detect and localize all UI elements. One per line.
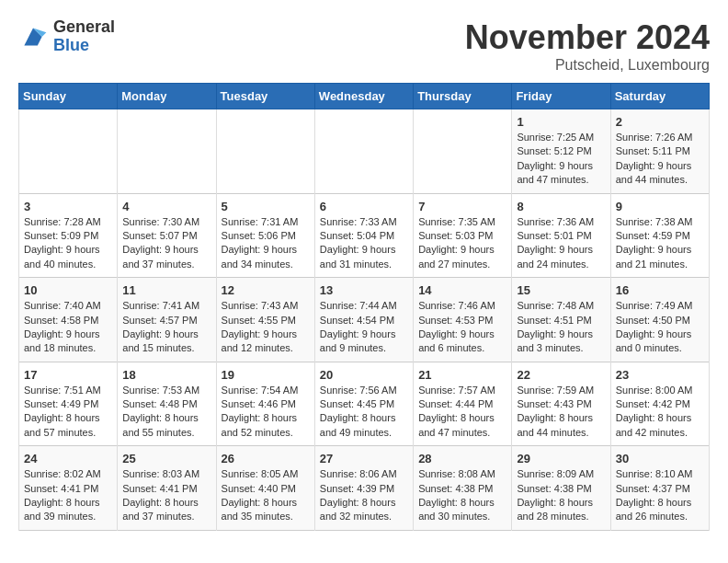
logo-general-text: General <box>53 18 115 37</box>
day-number: 24 <box>24 452 112 465</box>
header-saturday: Saturday <box>610 84 709 109</box>
header-sunday: Sunday <box>19 84 118 109</box>
day-number: 4 <box>122 200 210 213</box>
calendar-cell: 29Sunrise: 8:09 AM Sunset: 4:38 PM Dayli… <box>512 446 610 531</box>
month-title: November 2024 <box>465 18 710 57</box>
calendar-cell <box>19 109 118 194</box>
day-number: 2 <box>616 115 704 129</box>
calendar-cell: 21Sunrise: 7:57 AM Sunset: 4:44 PM Dayli… <box>414 362 512 446</box>
day-number: 3 <box>24 200 112 213</box>
calendar-cell: 26Sunrise: 8:05 AM Sunset: 4:40 PM Dayli… <box>216 446 314 531</box>
calendar-cell: 27Sunrise: 8:06 AM Sunset: 4:39 PM Dayli… <box>314 446 413 531</box>
calendar-cell: 20Sunrise: 7:56 AM Sunset: 4:45 PM Dayli… <box>314 362 413 446</box>
day-info: Sunrise: 8:10 AM Sunset: 4:37 PM Dayligh… <box>616 467 704 524</box>
calendar-week-3: 10Sunrise: 7:40 AM Sunset: 4:58 PM Dayli… <box>19 278 710 362</box>
day-number: 6 <box>320 200 408 213</box>
day-info: Sunrise: 7:54 AM Sunset: 4:46 PM Dayligh… <box>222 384 310 441</box>
calendar-cell: 28Sunrise: 8:08 AM Sunset: 4:38 PM Dayli… <box>414 446 512 531</box>
day-info: Sunrise: 7:48 AM Sunset: 4:51 PM Dayligh… <box>517 299 605 356</box>
day-info: Sunrise: 7:40 AM Sunset: 4:58 PM Dayligh… <box>24 299 112 356</box>
day-number: 1 <box>517 115 605 129</box>
calendar-cell: 25Sunrise: 8:03 AM Sunset: 4:41 PM Dayli… <box>118 446 216 531</box>
day-info: Sunrise: 8:09 AM Sunset: 4:38 PM Dayligh… <box>517 467 605 524</box>
day-info: Sunrise: 7:31 AM Sunset: 5:06 PM Dayligh… <box>222 215 310 272</box>
logo-text: General Blue <box>53 18 115 55</box>
day-number: 28 <box>418 452 506 465</box>
calendar-cell: 23Sunrise: 8:00 AM Sunset: 4:42 PM Dayli… <box>610 362 709 446</box>
day-number: 17 <box>24 368 112 382</box>
calendar-header-row: SundayMondayTuesdayWednesdayThursdayFrid… <box>19 84 710 109</box>
day-number: 25 <box>122 452 210 465</box>
day-info: Sunrise: 7:44 AM Sunset: 4:54 PM Dayligh… <box>320 299 408 356</box>
day-info: Sunrise: 7:46 AM Sunset: 4:53 PM Dayligh… <box>418 299 506 356</box>
calendar-week-1: 1Sunrise: 7:25 AM Sunset: 5:12 PM Daylig… <box>19 109 710 194</box>
calendar-cell: 3Sunrise: 7:28 AM Sunset: 5:09 PM Daylig… <box>19 193 118 278</box>
day-info: Sunrise: 7:53 AM Sunset: 4:48 PM Dayligh… <box>122 384 210 441</box>
calendar-cell: 18Sunrise: 7:53 AM Sunset: 4:48 PM Dayli… <box>118 362 216 446</box>
day-info: Sunrise: 7:57 AM Sunset: 4:44 PM Dayligh… <box>418 384 506 441</box>
calendar-cell: 15Sunrise: 7:48 AM Sunset: 4:51 PM Dayli… <box>512 278 610 362</box>
calendar-cell: 30Sunrise: 8:10 AM Sunset: 4:37 PM Dayli… <box>610 446 709 531</box>
day-number: 14 <box>418 283 506 297</box>
logo-icon <box>18 22 48 52</box>
day-info: Sunrise: 7:25 AM Sunset: 5:12 PM Dayligh… <box>517 131 605 188</box>
calendar-cell: 9Sunrise: 7:38 AM Sunset: 4:59 PM Daylig… <box>610 193 709 278</box>
calendar-cell <box>414 109 512 194</box>
calendar-cell: 5Sunrise: 7:31 AM Sunset: 5:06 PM Daylig… <box>216 193 314 278</box>
day-info: Sunrise: 7:49 AM Sunset: 4:50 PM Dayligh… <box>616 299 704 356</box>
header: General Blue November 2024 Putscheid, Lu… <box>18 18 710 74</box>
calendar-cell: 10Sunrise: 7:40 AM Sunset: 4:58 PM Dayli… <box>19 278 118 362</box>
day-number: 8 <box>517 200 605 213</box>
day-number: 16 <box>616 283 704 297</box>
day-info: Sunrise: 8:00 AM Sunset: 4:42 PM Dayligh… <box>616 384 704 441</box>
day-info: Sunrise: 7:43 AM Sunset: 4:55 PM Dayligh… <box>222 299 310 356</box>
day-info: Sunrise: 8:08 AM Sunset: 4:38 PM Dayligh… <box>418 467 506 524</box>
day-number: 12 <box>222 283 310 297</box>
day-number: 9 <box>616 200 704 213</box>
day-number: 30 <box>616 452 704 465</box>
day-number: 5 <box>222 200 310 213</box>
calendar-cell: 17Sunrise: 7:51 AM Sunset: 4:49 PM Dayli… <box>19 362 118 446</box>
day-number: 27 <box>320 452 408 465</box>
calendar-cell: 13Sunrise: 7:44 AM Sunset: 4:54 PM Dayli… <box>314 278 413 362</box>
logo: General Blue <box>18 18 115 55</box>
day-number: 23 <box>616 368 704 382</box>
day-number: 26 <box>222 452 310 465</box>
calendar-cell: 24Sunrise: 8:02 AM Sunset: 4:41 PM Dayli… <box>19 446 118 531</box>
calendar-cell: 7Sunrise: 7:35 AM Sunset: 5:03 PM Daylig… <box>414 193 512 278</box>
day-number: 7 <box>418 200 506 213</box>
calendar-cell: 2Sunrise: 7:26 AM Sunset: 5:11 PM Daylig… <box>610 109 709 194</box>
day-info: Sunrise: 8:02 AM Sunset: 4:41 PM Dayligh… <box>24 467 112 524</box>
calendar-cell: 8Sunrise: 7:36 AM Sunset: 5:01 PM Daylig… <box>512 193 610 278</box>
header-wednesday: Wednesday <box>314 84 413 109</box>
calendar-cell: 12Sunrise: 7:43 AM Sunset: 4:55 PM Dayli… <box>216 278 314 362</box>
day-info: Sunrise: 7:38 AM Sunset: 4:59 PM Dayligh… <box>616 215 704 272</box>
day-info: Sunrise: 7:26 AM Sunset: 5:11 PM Dayligh… <box>616 131 704 188</box>
day-number: 15 <box>517 283 605 297</box>
header-monday: Monday <box>118 84 216 109</box>
calendar-cell <box>314 109 413 194</box>
day-info: Sunrise: 7:35 AM Sunset: 5:03 PM Dayligh… <box>418 215 506 272</box>
day-info: Sunrise: 7:41 AM Sunset: 4:57 PM Dayligh… <box>122 299 210 356</box>
calendar-week-5: 24Sunrise: 8:02 AM Sunset: 4:41 PM Dayli… <box>19 446 710 531</box>
day-info: Sunrise: 8:06 AM Sunset: 4:39 PM Dayligh… <box>320 467 408 524</box>
day-number: 13 <box>320 283 408 297</box>
day-info: Sunrise: 7:28 AM Sunset: 5:09 PM Dayligh… <box>24 215 112 272</box>
calendar-week-4: 17Sunrise: 7:51 AM Sunset: 4:49 PM Dayli… <box>19 362 710 446</box>
day-number: 10 <box>24 283 112 297</box>
day-number: 22 <box>517 368 605 382</box>
calendar-table: SundayMondayTuesdayWednesdayThursdayFrid… <box>18 83 710 531</box>
calendar-cell: 22Sunrise: 7:59 AM Sunset: 4:43 PM Dayli… <box>512 362 610 446</box>
header-tuesday: Tuesday <box>216 84 314 109</box>
calendar-cell: 6Sunrise: 7:33 AM Sunset: 5:04 PM Daylig… <box>314 193 413 278</box>
calendar-cell: 1Sunrise: 7:25 AM Sunset: 5:12 PM Daylig… <box>512 109 610 194</box>
day-number: 21 <box>418 368 506 382</box>
day-info: Sunrise: 7:51 AM Sunset: 4:49 PM Dayligh… <box>24 384 112 441</box>
calendar-cell <box>118 109 216 194</box>
day-number: 29 <box>517 452 605 465</box>
day-number: 20 <box>320 368 408 382</box>
day-info: Sunrise: 7:56 AM Sunset: 4:45 PM Dayligh… <box>320 384 408 441</box>
day-info: Sunrise: 7:33 AM Sunset: 5:04 PM Dayligh… <box>320 215 408 272</box>
day-number: 11 <box>122 283 210 297</box>
header-thursday: Thursday <box>414 84 512 109</box>
